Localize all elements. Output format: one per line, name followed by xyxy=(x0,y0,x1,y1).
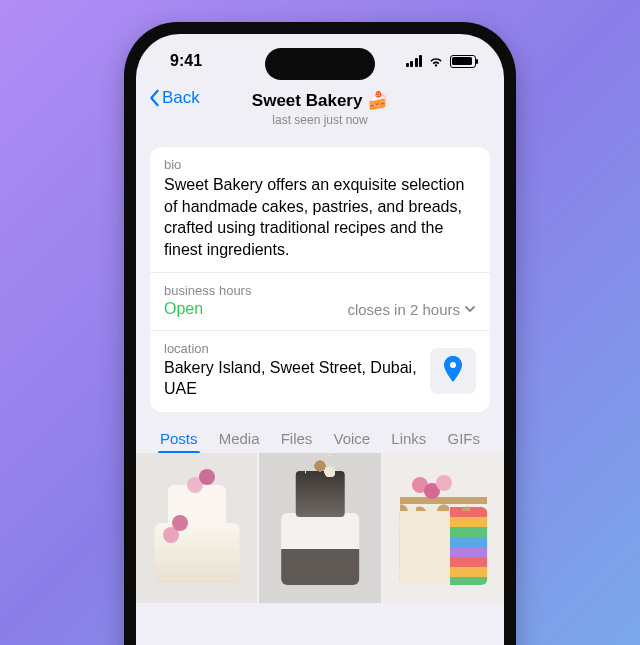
info-card: bio Sweet Bakery offers an exquisite sel… xyxy=(150,147,490,412)
location-row[interactable]: location Bakery Island, Sweet Street, Du… xyxy=(150,330,490,412)
back-button[interactable]: Back xyxy=(148,88,200,108)
posts-grid xyxy=(136,453,504,603)
location-label: location xyxy=(164,341,420,356)
hours-status: Open xyxy=(164,300,203,318)
phone-frame: 9:41 Back Sweet Bakery 🍰 last seen just … xyxy=(124,22,516,645)
status-time: 9:41 xyxy=(170,52,202,70)
map-thumbnail[interactable] xyxy=(430,348,476,394)
hours-row[interactable]: business hours Open closes in 2 hours xyxy=(150,272,490,330)
bio-row[interactable]: bio Sweet Bakery offers an exquisite sel… xyxy=(150,147,490,272)
hours-closes: closes in 2 hours xyxy=(347,301,476,318)
tab-media[interactable]: Media xyxy=(219,430,260,447)
post-thumbnail[interactable] xyxy=(259,453,380,603)
battery-icon xyxy=(450,55,476,68)
tab-voice[interactable]: Voice xyxy=(333,430,370,447)
cellular-icon xyxy=(406,55,423,67)
post-thumbnail[interactable] xyxy=(383,453,504,603)
svg-point-0 xyxy=(450,362,456,368)
chevron-left-icon xyxy=(148,89,160,107)
status-indicators xyxy=(406,55,477,68)
screen: 9:41 Back Sweet Bakery 🍰 last seen just … xyxy=(136,34,504,645)
back-label: Back xyxy=(162,88,200,108)
bio-label: bio xyxy=(164,157,476,172)
location-text: Bakery Island, Sweet Street, Dubai, UAE xyxy=(164,358,420,400)
post-thumbnail[interactable] xyxy=(136,453,257,603)
chevron-down-icon xyxy=(464,303,476,315)
page-subtitle: last seen just now xyxy=(148,113,492,127)
tab-posts[interactable]: Posts xyxy=(160,430,198,447)
wifi-icon xyxy=(428,55,444,67)
content-tabs: Posts Media Files Voice Links GIFs xyxy=(136,412,504,453)
tab-gifs[interactable]: GIFs xyxy=(447,430,480,447)
bio-text: Sweet Bakery offers an exquisite selecti… xyxy=(164,174,476,260)
tab-links[interactable]: Links xyxy=(391,430,426,447)
hours-label: business hours xyxy=(164,283,476,298)
map-pin-icon xyxy=(443,356,463,382)
nav-bar: Back Sweet Bakery 🍰 last seen just now xyxy=(136,88,504,137)
dynamic-island xyxy=(265,48,375,80)
tab-files[interactable]: Files xyxy=(281,430,313,447)
hours-closes-text: closes in 2 hours xyxy=(347,301,460,318)
